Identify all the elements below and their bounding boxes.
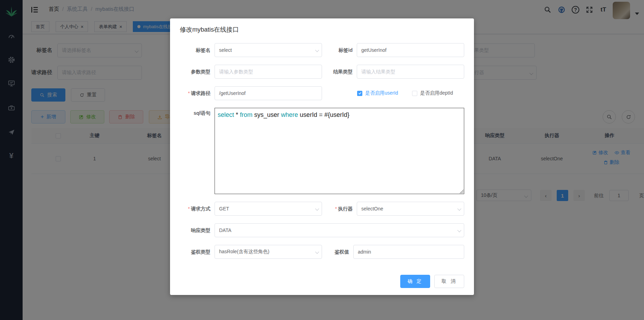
checkbox-unchecked-icon xyxy=(412,91,417,96)
auth-type-label: 鉴权类型 xyxy=(180,245,210,259)
form-row: 响应类型 DATA xyxy=(180,223,464,237)
resp-type-select[interactable]: DATA xyxy=(215,223,464,237)
form-row: 参数类型 结果类型 xyxy=(180,65,464,79)
auth-type-select[interactable]: hasRole(含有这些角色) xyxy=(215,245,322,259)
select-value: hasRole(含有这些角色) xyxy=(219,249,269,255)
label-text: 请求方式 xyxy=(191,206,210,211)
tag-name-label: 标签名 xyxy=(180,43,210,57)
chevron-down-icon xyxy=(315,207,319,210)
sql-text: sys_user xyxy=(252,111,281,118)
sql-editor[interactable]: select * from sys_user where userId = #{… xyxy=(215,108,464,194)
sql-text: * xyxy=(234,111,240,118)
sql-keyword: where xyxy=(281,111,298,118)
auth-value-label: 鉴权值 xyxy=(322,245,349,259)
checkbox-group: 是否启用userId 是否启用deptId xyxy=(357,90,453,96)
checkbox-label: 是否启用userId xyxy=(365,90,398,96)
select-value: select xyxy=(219,47,232,53)
executor-label: *执行器 xyxy=(322,202,353,216)
required-mark: * xyxy=(335,206,337,211)
form-row: 鉴权类型 hasRole(含有这些角色) 鉴权值 xyxy=(180,245,464,259)
enable-deptid-checkbox[interactable]: 是否启用deptId xyxy=(412,90,453,96)
method-select[interactable]: GET xyxy=(215,202,322,216)
resize-handle-icon[interactable] xyxy=(460,190,464,193)
path-input[interactable] xyxy=(215,86,322,100)
page: ¥ 首页 / 系统工具 / mybatis在线接口 ? xyxy=(0,0,644,320)
executor-select[interactable]: selectOne xyxy=(357,202,464,216)
dialog-footer: 确 定 取 消 xyxy=(180,275,464,288)
resp-type-label: 响应类型 xyxy=(180,223,210,237)
dialog-title: 修改mybatis在线接口 xyxy=(180,25,464,34)
form-row: sql语句 select * from sys_user where userI… xyxy=(180,108,464,194)
sql-keyword: select xyxy=(218,111,234,118)
select-value: selectOne xyxy=(361,206,383,211)
param-type-input[interactable] xyxy=(215,65,322,79)
form-row: *请求路径 是否启用userId 是否启用deptId xyxy=(180,86,464,100)
edit-mybatis-dialog: 修改mybatis在线接口 标签名 select 标签id 参数类型 结果类型 xyxy=(170,18,474,295)
method-label: *请求方式 xyxy=(180,202,210,216)
form-row: *请求方式 GET *执行器 selectOne xyxy=(180,202,464,216)
form-row: 标签名 select 标签id xyxy=(180,43,464,57)
sql-keyword: from xyxy=(240,111,252,118)
sql-text: userId = #{userId} xyxy=(298,111,349,118)
tag-name-select[interactable]: select xyxy=(215,43,322,57)
checkbox-label: 是否启用deptId xyxy=(420,90,453,96)
tag-id-input[interactable] xyxy=(357,43,464,57)
select-value: GET xyxy=(219,206,229,211)
enable-userid-checkbox[interactable]: 是否启用userId xyxy=(357,90,398,96)
chevron-down-icon xyxy=(457,207,461,210)
required-mark: * xyxy=(188,90,190,96)
chevron-down-icon xyxy=(315,250,319,254)
label-text: 执行器 xyxy=(338,206,353,211)
sql-label: sql语句 xyxy=(180,108,210,118)
confirm-button[interactable]: 确 定 xyxy=(400,275,430,288)
checkbox-checked-icon xyxy=(357,91,362,96)
result-type-label: 结果类型 xyxy=(322,65,353,79)
select-value: DATA xyxy=(219,227,231,233)
path-label: *请求路径 xyxy=(180,86,210,100)
tag-id-label: 标签id xyxy=(322,43,353,57)
chevron-down-icon xyxy=(457,228,461,232)
auth-value-input[interactable] xyxy=(353,245,464,259)
cancel-button[interactable]: 取 消 xyxy=(434,275,464,288)
result-type-input[interactable] xyxy=(357,65,464,79)
chevron-down-icon xyxy=(315,48,319,52)
param-type-label: 参数类型 xyxy=(180,65,210,79)
label-text: 请求路径 xyxy=(191,90,210,96)
required-mark: * xyxy=(188,206,190,211)
